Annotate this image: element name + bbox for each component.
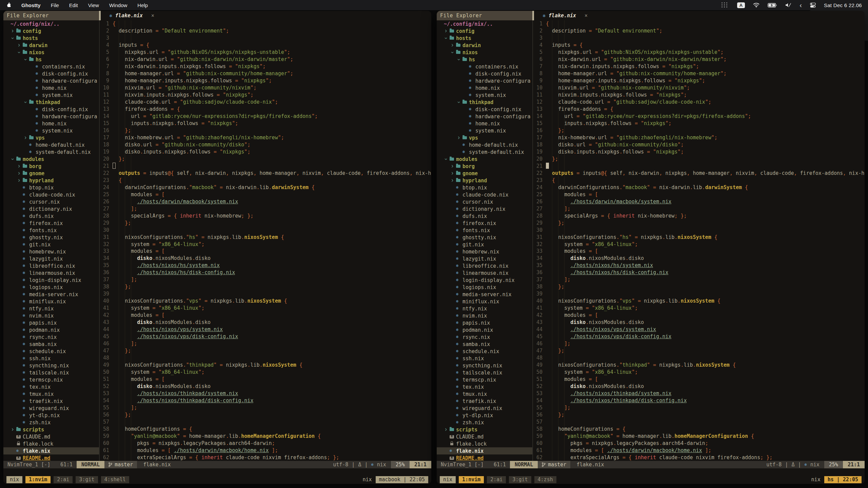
- chevron-right-icon[interactable]: [18, 179, 20, 182]
- tree-item[interactable]: hosts: [3, 35, 99, 42]
- tree-item[interactable]: scripts: [437, 426, 532, 433]
- tree-item[interactable]: ~/.config/nix/..: [437, 20, 532, 27]
- tree-item[interactable]: ❄linearmouse.nix: [3, 269, 99, 277]
- code-line[interactable]: 7 nix-darwin.inputs.nixpkgs.follows = "n…: [100, 63, 431, 70]
- code-line[interactable]: 49 nixosConfigurations."thinkpad" = nixp…: [100, 362, 431, 369]
- tree-item[interactable]: ❄hardware-configura: [3, 113, 99, 120]
- tree-item[interactable]: ~/.config/nix/..: [3, 20, 99, 27]
- code-line[interactable]: 19 disko.inputs.nixpkgs.follows = "nixpk…: [533, 148, 865, 155]
- tree-item[interactable]: ❄login-display.nix: [3, 277, 99, 284]
- tmux-window-nvim[interactable]: 1:nvim: [459, 476, 484, 483]
- tree-item[interactable]: thinkpad: [437, 99, 532, 106]
- tree-item[interactable]: ❄zsh.nix: [3, 419, 99, 426]
- chevron-down-icon[interactable]: [24, 58, 27, 61]
- tree-item[interactable]: ❄papis.nix: [3, 319, 99, 326]
- chevron-right-icon[interactable]: [451, 179, 454, 182]
- code-line[interactable]: 15 inputs.nixpkgs.follows = "nixpkgs";: [533, 120, 865, 127]
- tree-item[interactable]: borg: [437, 163, 532, 170]
- code-line[interactable]: 39: [100, 290, 431, 298]
- menu-item-window[interactable]: Window: [109, 2, 127, 8]
- menu-item-app[interactable]: Ghostty: [21, 2, 41, 8]
- code-line[interactable]: 22 outputs = inputs@{ self, nix-darwin, …: [533, 169, 865, 177]
- code-line[interactable]: 33 modules = [: [533, 248, 865, 255]
- grid-icon[interactable]: [722, 2, 729, 8]
- code-line[interactable]: 50 system = "x86_64-linux";: [100, 368, 431, 375]
- tree-item[interactable]: MREADME.md: [3, 454, 99, 461]
- tree-item[interactable]: hs: [3, 56, 99, 63]
- code-buffer[interactable]: 1{2 description = "Default environment";…: [100, 20, 431, 461]
- tree-item[interactable]: ❄miniflux.nix: [3, 298, 99, 305]
- tab-close-icon[interactable]: ×: [585, 13, 588, 19]
- menu-bar-clock[interactable]: Sat Dec 6 22.06: [824, 2, 862, 8]
- code-line[interactable]: 53 ./hosts/nixos/thinkpad/system.nix: [533, 390, 865, 397]
- code-line[interactable]: 2 description = "Default environment";: [100, 27, 431, 35]
- tmux-session-name[interactable]: nix: [6, 476, 22, 483]
- code-line[interactable]: 21: [100, 162, 431, 169]
- tree-item[interactable]: ❄wireguard.nix: [437, 405, 532, 412]
- code-line[interactable]: 32 system = "x86_64-linux";: [533, 241, 865, 248]
- tree-item[interactable]: ❄system-default.nix: [3, 148, 99, 156]
- tree-item[interactable]: ❄ghostty.nix: [3, 234, 99, 241]
- chevron-down-icon[interactable]: [24, 101, 27, 104]
- code-line[interactable]: 29 };: [533, 219, 865, 226]
- code-line[interactable]: 6 nix-darwin.url = "github:nix-darwin/ni…: [533, 56, 865, 63]
- apple-menu-icon[interactable]: [6, 2, 11, 8]
- tree-item[interactable]: ❄dufs.nix: [3, 212, 99, 220]
- tree-item[interactable]: ❄traefik.nix: [437, 398, 532, 405]
- tree-item[interactable]: ❄nvim.nix: [3, 312, 99, 319]
- tree-item[interactable]: ❄disk-config.nix: [437, 106, 532, 113]
- tree-item[interactable]: ❄home.nix: [3, 120, 99, 127]
- code-line[interactable]: 53 ./hosts/nixos/thinkpad/system.nix: [100, 390, 431, 397]
- tree-item[interactable]: ❄home-default.nix: [3, 141, 99, 148]
- tree-item[interactable]: ❄btop.nix: [437, 184, 532, 191]
- tree-item[interactable]: ❄firefox.nix: [437, 220, 532, 227]
- code-line[interactable]: 51 modules = [: [533, 375, 865, 383]
- code-line[interactable]: 34 disko.nixosModules.disko: [533, 255, 865, 262]
- window-separator-handle[interactable]: [532, 11, 534, 20]
- tree-item[interactable]: ❄samba.nix: [437, 341, 532, 348]
- tree-item[interactable]: borg: [3, 163, 99, 170]
- tree-item[interactable]: ❄lazygit.nix: [437, 255, 532, 262]
- code-line[interactable]: 47 };: [100, 347, 431, 354]
- tree-item[interactable]: ❄homebrew.nix: [437, 248, 532, 255]
- tree-item[interactable]: ❄disk-config.nix: [437, 70, 532, 77]
- tree-item[interactable]: modules: [437, 156, 532, 163]
- tmux-window-zsh[interactable]: 4:zsh: [534, 476, 556, 483]
- code-line[interactable]: 49 nixosConfigurations."thinkpad" = nixp…: [533, 362, 865, 369]
- code-line[interactable]: 8 home-manager.url = "github:nix-communi…: [533, 70, 865, 77]
- tmux-window-ai[interactable]: 2:ai: [487, 476, 506, 483]
- battery-charging-icon[interactable]: [768, 3, 777, 7]
- code-line[interactable]: 37 ];: [533, 276, 865, 283]
- tree-item[interactable]: ❄papis.nix: [437, 319, 532, 326]
- code-line[interactable]: 16 };: [533, 127, 865, 134]
- tree-item[interactable]: ❄tailscale.nix: [3, 369, 99, 376]
- code-line[interactable]: 44 ./hosts/nixos/vps/system.nix: [533, 326, 865, 333]
- code-line[interactable]: 22 outputs = inputs@{ self, nix-darwin, …: [100, 169, 431, 177]
- code-line[interactable]: 60 pkgs = nixpkgs.legacyPackages.aarch64…: [533, 440, 865, 447]
- tree-item[interactable]: thinkpad: [3, 99, 99, 106]
- code-line[interactable]: 13 firefox-addons = {: [100, 106, 431, 113]
- code-line[interactable]: 18 disko.url = "github:nix-community/dis…: [100, 141, 431, 148]
- code-line[interactable]: 62 extraSpecialArgs = { inherit claude-c…: [100, 454, 431, 461]
- code-line[interactable]: 5 nixpkgs.url = "github:NixOS/nixpkgs/ni…: [533, 49, 865, 56]
- code-line[interactable]: 59 "yanlin@macbook" = home-manager.lib.h…: [533, 432, 865, 440]
- code-line[interactable]: 17 nix-homebrew.url = "github:zhaofengli…: [533, 134, 865, 141]
- code-line[interactable]: 4 inputs = {: [533, 42, 865, 49]
- code-line[interactable]: 25 modules = [: [533, 191, 865, 198]
- code-line[interactable]: 28 specialArgs = { inherit nix-homebrew;…: [100, 212, 431, 219]
- chevron-right-icon[interactable]: [451, 172, 454, 175]
- tree-item[interactable]: ❄git.nix: [437, 241, 532, 248]
- code-line[interactable]: 30: [533, 226, 865, 233]
- code-line[interactable]: 11 nixvim.inputs.nixpkgs.follows = "nixp…: [533, 92, 865, 99]
- tree-item[interactable]: ❄tex.nix: [3, 383, 99, 390]
- chevron-right-icon[interactable]: [24, 136, 27, 139]
- tree-item[interactable]: scripts: [3, 426, 99, 433]
- tree-item[interactable]: ❄home.nix: [437, 120, 532, 127]
- chevron-down-icon[interactable]: [445, 37, 447, 40]
- input-source-icon[interactable]: A: [737, 2, 745, 8]
- code-line[interactable]: 52 disko.nixosModules.disko: [100, 383, 431, 390]
- code-line[interactable]: 18 disko.url = "github:nix-community/dis…: [533, 141, 865, 148]
- tree-item[interactable]: ❄ntfy.nix: [437, 305, 532, 312]
- tree-item[interactable]: ❄linearmouse.nix: [437, 269, 532, 277]
- tmux-window-nvim[interactable]: 1:nvim: [25, 476, 51, 483]
